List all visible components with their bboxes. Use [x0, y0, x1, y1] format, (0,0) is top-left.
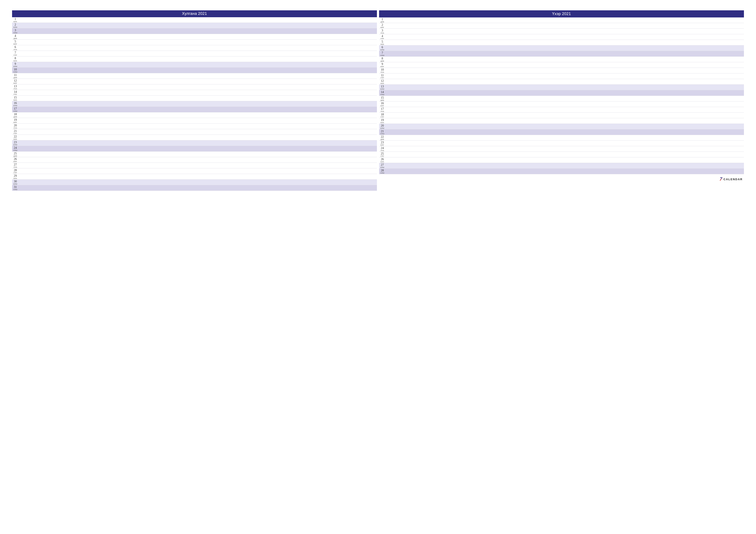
day-row: 11ДАВ — [12, 73, 377, 79]
day-note-area — [386, 79, 744, 85]
day-row: 26БАА — [379, 157, 744, 163]
day-date: 6ЛХА — [12, 45, 18, 51]
day-date: 19БАА — [379, 118, 386, 124]
day-weekday: НЯМ — [12, 111, 18, 112]
day-number: 10 — [12, 68, 18, 71]
day-date: 31НЯМ — [12, 185, 18, 191]
day-weekday: БЯМ — [12, 105, 18, 107]
day-weekday: БЯМ — [379, 167, 386, 168]
day-date: 1БАА — [12, 17, 18, 23]
month-column-1: Хулгана 2021 1БАА2БЯМ3НЯМ4ДАВ5МЯГ6ЛХА7ПҮ… — [12, 10, 377, 191]
day-number: 14 — [12, 90, 18, 93]
day-note-area — [386, 29, 744, 34]
day-weekday: БАА — [12, 178, 18, 179]
day-row: 22БАА — [12, 135, 377, 140]
day-note-area — [18, 107, 377, 112]
day-note-area — [18, 51, 377, 56]
day-number: 13 — [379, 85, 386, 88]
day-number: 8 — [379, 57, 386, 60]
day-row: 24НЯМ — [12, 146, 377, 152]
day-date: 5БАА — [379, 40, 386, 45]
day-row: 13ЛХА — [12, 85, 377, 90]
day-date: 14ПҮР — [12, 90, 18, 95]
day-date: 20ЛХА — [12, 124, 18, 129]
day-date: 25ДАВ — [12, 152, 18, 157]
day-date: 16БЯМ — [12, 101, 18, 107]
day-weekday: ЛХА — [379, 111, 386, 113]
month-column-2: Үхэр 2021 1ДАВ2МЯГ3ЛХА4ПҮР5БАА6БЯМ7НЯМ8Д… — [379, 10, 744, 191]
day-row: 18ПҮР — [379, 113, 744, 118]
day-date: 22ДАВ — [379, 135, 386, 140]
day-weekday: МЯГ — [12, 43, 18, 45]
day-number: 5 — [12, 40, 18, 43]
day-date: 2МЯГ — [379, 23, 386, 28]
day-date: 2БЯМ — [12, 23, 18, 28]
day-number: 12 — [379, 79, 386, 83]
day-weekday: ЛХА — [12, 88, 18, 90]
day-weekday: БЯМ — [379, 88, 386, 90]
day-weekday: ПҮР — [379, 116, 386, 118]
day-date: 21НЯМ — [379, 129, 386, 135]
day-note-area — [386, 51, 744, 56]
day-note-area — [18, 157, 377, 163]
day-note-area — [18, 39, 377, 45]
day-weekday: НЯМ — [379, 172, 386, 174]
day-row: 5БАА — [379, 40, 744, 45]
day-number: 19 — [379, 119, 386, 122]
day-number: 9 — [379, 63, 386, 66]
day-number: 29 — [12, 174, 18, 177]
day-date: 8ДАВ — [379, 57, 386, 62]
day-number: 11 — [12, 74, 18, 77]
day-row: 19БАА — [379, 118, 744, 124]
day-number: 24 — [12, 146, 18, 149]
month-header-1: Хулгана 2021 — [12, 10, 377, 17]
day-row: 23МЯГ — [379, 140, 744, 146]
day-note-area — [18, 90, 377, 95]
day-row: 23БЯМ — [12, 140, 377, 146]
day-date: 30БЯМ — [12, 180, 18, 185]
day-date: 8БАА — [12, 56, 18, 62]
day-note-area — [18, 185, 377, 191]
day-number: 25 — [379, 152, 386, 155]
day-date: 12БАА — [379, 79, 386, 85]
day-row: 25ДАВ — [12, 152, 377, 157]
day-note-area — [386, 146, 744, 152]
day-note-area — [386, 23, 744, 28]
day-note-area — [18, 168, 377, 174]
day-row: 28ПҮР — [12, 168, 377, 174]
day-number: 18 — [379, 113, 386, 116]
day-date: 10ЛХА — [379, 68, 386, 73]
day-note-area — [18, 124, 377, 129]
day-date: 6БЯМ — [379, 45, 386, 51]
day-weekday: НЯМ — [12, 71, 18, 73]
day-row: 3НЯМ — [12, 28, 377, 34]
day-note-area — [386, 96, 744, 101]
day-number: 3 — [379, 29, 386, 32]
day-row: 31НЯМ — [12, 185, 377, 191]
day-weekday: ЛХА — [12, 49, 18, 51]
day-date: 14НЯМ — [379, 90, 386, 96]
day-date: 3НЯМ — [12, 28, 18, 34]
day-note-area — [18, 163, 377, 168]
day-note-area — [386, 62, 744, 67]
day-number: 24 — [379, 147, 386, 150]
day-row: 18ДАВ — [12, 113, 377, 118]
day-note-area — [386, 152, 744, 157]
day-note-area — [386, 73, 744, 79]
day-number: 21 — [379, 130, 386, 133]
day-weekday: БЯМ — [379, 49, 386, 51]
day-date: 11ПҮР — [379, 73, 386, 79]
day-weekday: ДАВ — [379, 60, 386, 62]
brand-logo: 7 CALENDAR — [379, 174, 744, 182]
day-row: 24ЛХА — [379, 146, 744, 152]
day-weekday: ЛХА — [12, 166, 18, 168]
day-weekday: МЯГ — [379, 105, 386, 107]
day-note-area — [18, 56, 377, 62]
day-weekday: ДАВ — [12, 77, 18, 79]
day-date: 26МЯГ — [12, 157, 18, 163]
day-date: 15БАА — [12, 96, 18, 101]
day-row: 1БАА — [12, 17, 377, 23]
day-note-area — [386, 124, 744, 129]
day-weekday: БАА — [12, 60, 18, 62]
day-row: 20БЯМ — [379, 124, 744, 129]
